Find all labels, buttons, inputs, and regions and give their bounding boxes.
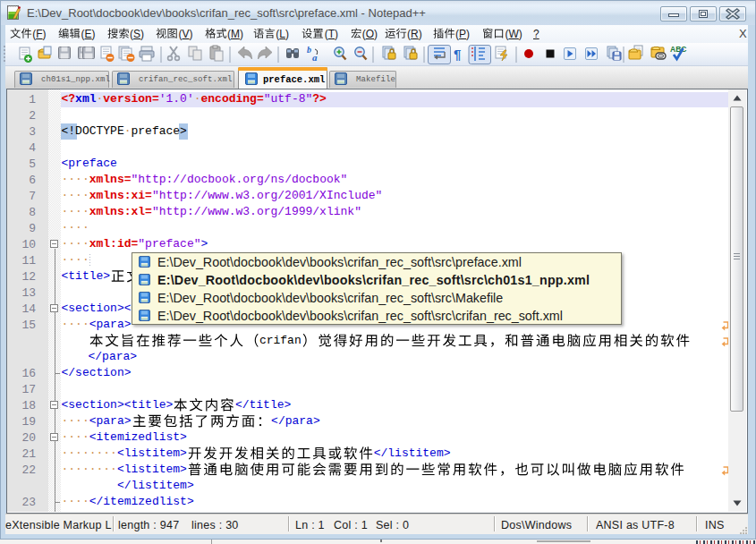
svg-text:ABC: ABC <box>670 45 686 54</box>
svg-text:¶: ¶ <box>454 47 461 62</box>
svg-text:b: b <box>307 45 311 55</box>
